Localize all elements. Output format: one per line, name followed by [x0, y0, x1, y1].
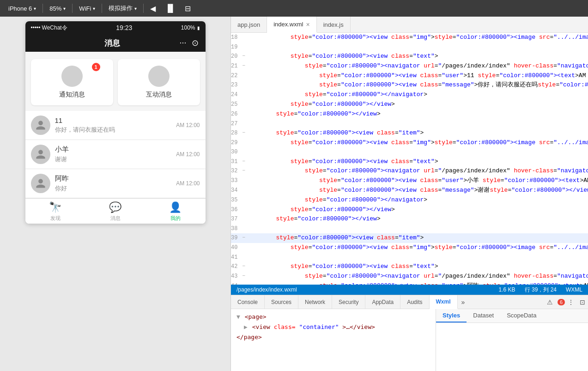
fold-button [242, 205, 245, 215]
bottom-nav-discover[interactable]: 🔭 发现 [25, 201, 85, 222]
scale-selector[interactable]: 85% ▾ [45, 0, 70, 17]
code-line: style="color:#800000"></view> [245, 100, 588, 109]
scale-chevron: ▾ [63, 6, 66, 11]
carrier-name: WeChat令 [42, 24, 67, 32]
device-label: iPhone 6 [8, 5, 32, 12]
line-number: 44 [231, 281, 242, 285]
battery-pct: 100% [181, 24, 195, 31]
container-arrow[interactable]: ▶ [244, 323, 248, 330]
line-number: 40 [231, 243, 242, 253]
fold-button[interactable]: − [242, 61, 245, 71]
main-area: ••••• WeChat令 19:23 100% ▮ 消息 ··· ⊙ [0, 17, 588, 371]
notif-card-1[interactable]: 互动消息 [118, 59, 200, 105]
line-number: 24 [231, 90, 242, 100]
nav-record-icon[interactable]: ⊙ [192, 38, 199, 48]
devtools-tab-console[interactable]: Console [231, 295, 265, 309]
notif-label-1: 互动消息 [146, 91, 172, 99]
divider-4 [143, 4, 144, 13]
devtools-tab-appdata[interactable]: AppData [365, 295, 400, 309]
devtools-undock-icon[interactable]: ⊡ [577, 298, 588, 306]
fold-button[interactable]: − [242, 52, 245, 61]
container-attr: class= [274, 323, 296, 330]
line-number: 41 [231, 253, 242, 262]
chat-time-2: AM 12:00 [176, 180, 200, 187]
fold-button[interactable]: − [242, 272, 245, 281]
devtools-tab-network[interactable]: Network [298, 295, 332, 309]
line-number: 23 [231, 80, 242, 90]
notif-avatar-0 [61, 66, 83, 87]
nav-dots-icon[interactable]: ··· [179, 38, 186, 48]
line-number: 22 [231, 71, 242, 81]
chat-item-2[interactable]: 阿昨 你好 AM 12:00 [25, 169, 206, 198]
forward-button[interactable]: ▐▌ [160, 0, 180, 17]
code-line: style="color:#800000"><view class="user"… [245, 71, 588, 81]
phone-body: 1 通知消息 互动消息 [25, 52, 206, 198]
code-editor[interactable]: 18 style="color:#800000"><view class="im… [231, 33, 588, 285]
line-number: 27 [231, 119, 242, 128]
divider-1 [42, 4, 43, 13]
tab-close-index-wxml[interactable]: × [306, 21, 309, 28]
line-number: 35 [231, 195, 242, 205]
devtools-tab-spacer [468, 295, 544, 309]
code-line: style="color:#800000"><view class="user"… [245, 176, 588, 186]
network-label: WiFi [79, 5, 91, 12]
code-line: style="color:#800000"><view class="messa… [245, 80, 588, 90]
devtools-right-tab-dataset[interactable]: Dataset [467, 309, 500, 322]
devtools-tabs: Console Sources Network Security AppData… [231, 295, 588, 309]
phone-nav-bar: 消息 ··· ⊙ [25, 34, 206, 52]
fold-button[interactable]: − [242, 262, 245, 272]
back-button[interactable]: ◀ [145, 0, 160, 17]
fold-button[interactable]: − [242, 166, 245, 176]
bottom-nav-messages[interactable]: 💬 消息 [85, 201, 145, 222]
notif-card-0[interactable]: 1 通知消息 [31, 59, 113, 105]
page-arrow[interactable]: ▼ [236, 313, 240, 320]
divider-3 [102, 4, 102, 13]
devtools-warning-icon[interactable]: ⚠ [544, 298, 556, 306]
divider-2 [72, 4, 73, 13]
tab-app-json[interactable]: app.json [231, 17, 267, 32]
fold-button [242, 243, 245, 253]
discover-label: 发现 [50, 215, 61, 222]
code-line: style="color:#800000"></view> [245, 205, 588, 215]
device-chevron: ▾ [34, 6, 36, 11]
chat-name-0: 11 [55, 116, 172, 124]
line-number: 19 [231, 43, 242, 52]
chat-item-1[interactable]: 小羊 谢谢 AM 12:00 [25, 140, 206, 169]
network-selector[interactable]: WiFi ▾ [74, 0, 100, 17]
battery-icon: ▮ [197, 25, 200, 30]
notification-cards: 1 通知消息 互动消息 [25, 52, 206, 111]
chat-item-0[interactable]: 11 你好，请问衣服还在吗 AM 12:00 [25, 111, 206, 140]
devtools-more-btn[interactable]: » [458, 295, 469, 309]
devtools-right-tab-scopedata[interactable]: ScopeData [500, 309, 543, 322]
editor-status-bar: /pages/index/index.wxml 1.6 KB 行 39，列 24… [231, 285, 588, 295]
code-line: style="color:#800000"><view class="item"… [245, 233, 588, 243]
device-selector[interactable]: iPhone 6 ▾ [4, 0, 41, 17]
line-number: 37 [231, 214, 242, 224]
devtools-tab-wxml[interactable]: Wxml [430, 295, 458, 309]
fold-button[interactable]: − [242, 233, 245, 243]
code-line [245, 224, 588, 233]
line-number: 39 [231, 233, 242, 243]
line-number: 43 [231, 272, 242, 281]
split-button[interactable]: ⊟ [180, 0, 195, 17]
line-number: 36 [231, 205, 242, 215]
devtools-tab-security[interactable]: Security [332, 295, 365, 309]
tab-index-js[interactable]: index.js [317, 17, 351, 32]
line-number: 38 [231, 224, 242, 233]
code-line: style="color:#800000"><navigator url="/p… [245, 166, 588, 176]
devtools-tab-sources[interactable]: Sources [265, 295, 298, 309]
code-line: style="color:#800000"><navigator url="/p… [245, 272, 588, 281]
bottom-nav-mine[interactable]: 👤 我的 [145, 201, 206, 222]
tab-index-wxml[interactable]: index.wxml × [267, 17, 316, 33]
devtools-warning-count: 6 [558, 299, 565, 305]
devtools-tab-audits[interactable]: Audits [400, 295, 429, 309]
editor-panel: app.json index.wxml × index.js 18 style=… [231, 17, 588, 371]
fold-button[interactable]: − [242, 157, 245, 167]
code-line: style="color:#800000"><view class="text"… [245, 157, 588, 167]
tab-label-index-js: index.js [323, 21, 344, 28]
fold-button[interactable]: − [242, 128, 245, 138]
action-selector[interactable]: 模拟操作 ▾ [104, 0, 141, 17]
devtools-right-tab-styles[interactable]: Styles [436, 309, 467, 322]
chat-name-1: 小羊 [55, 145, 172, 154]
devtools-more-options-icon[interactable]: ⋮ [565, 298, 577, 306]
